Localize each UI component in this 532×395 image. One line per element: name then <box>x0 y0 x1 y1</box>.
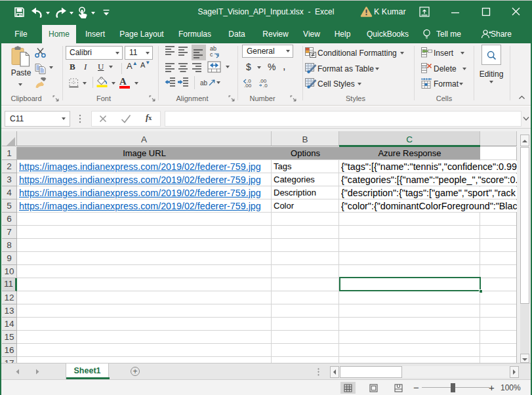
svg-text:.0: .0 <box>263 83 268 87</box>
svg-text:.00: .00 <box>244 83 252 87</box>
svg-text:ab: ab <box>200 79 208 87</box>
svg-text:c: c <box>210 51 213 58</box>
